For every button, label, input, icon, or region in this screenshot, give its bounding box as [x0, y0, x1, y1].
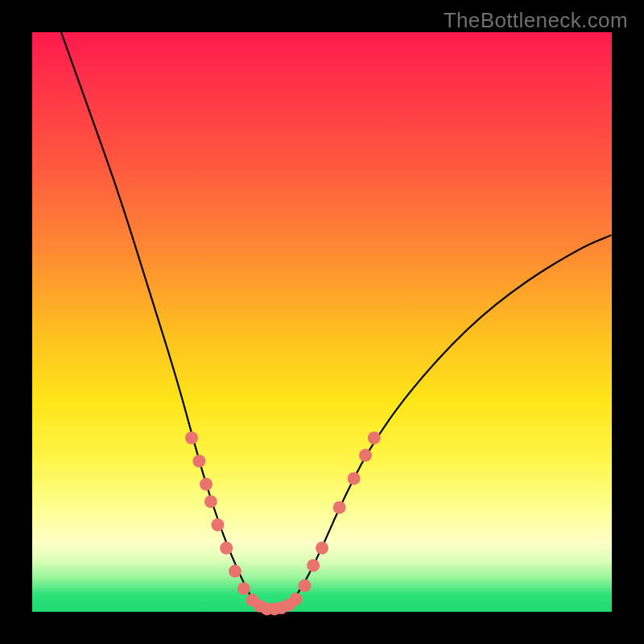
scatter-dot	[192, 455, 205, 468]
scatter-dot	[211, 518, 224, 531]
plot-area	[32, 32, 612, 612]
scatter-dot	[290, 592, 303, 605]
scatter-dot	[185, 431, 198, 444]
scatter-dot	[307, 559, 320, 572]
scatter-dot	[316, 542, 328, 555]
scatter-dot	[220, 542, 233, 555]
scatter-dot	[333, 501, 346, 514]
curve-layer	[32, 32, 612, 612]
bottleneck-curve	[61, 32, 612, 609]
scatter-dot	[237, 582, 250, 595]
scatter-dot	[298, 580, 311, 592]
chart-frame: TheBottleneck.com	[0, 0, 644, 644]
watermark-text: TheBottleneck.com	[444, 8, 628, 33]
scatter-dot	[359, 449, 372, 462]
scatter-dot	[229, 565, 242, 578]
scatter-dot	[204, 495, 217, 508]
scatter-dot	[348, 472, 361, 485]
scatter-dot	[200, 478, 213, 491]
scatter-dots-group	[185, 431, 381, 615]
scatter-dot	[368, 431, 381, 444]
